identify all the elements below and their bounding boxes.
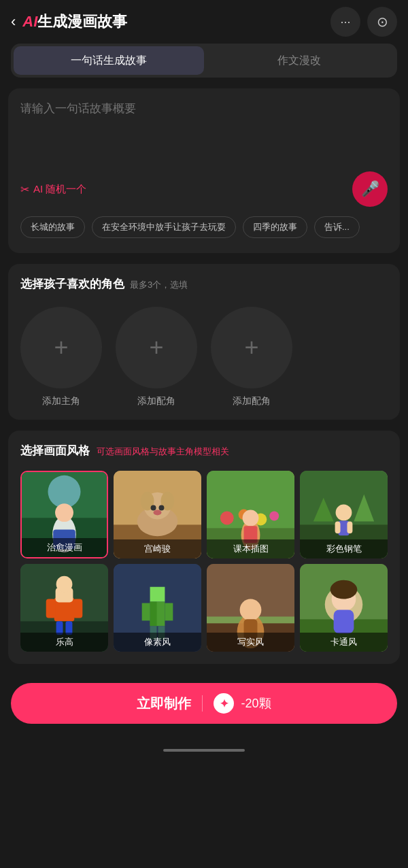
create-button[interactable]: 立即制作 ✦ -20颗 [11,683,397,724]
svg-point-60 [330,580,358,599]
svg-rect-45 [142,603,150,621]
camera-button[interactable]: ⊙ [367,7,397,37]
back-button[interactable]: ‹ [11,13,16,31]
svg-rect-30 [335,521,341,533]
plus-icon-side1: + [149,333,163,362]
char-add-circle-side2[interactable]: + [211,307,292,388]
home-indicator-line [163,749,245,752]
tab-composition[interactable]: 作文漫改 [204,46,394,75]
cta-divider [202,695,203,712]
style-item-textbook[interactable]: 课本插图 [207,471,294,558]
svg-point-22 [243,510,259,527]
svg-point-13 [158,505,164,511]
ai-random-label: AI 随机一个 [33,183,86,196]
style-label-healing: 治愈漫画 [22,538,107,557]
tab-bar: 一句话生成故事 作文漫改 [11,44,397,78]
plus-icon-side2: + [244,333,258,362]
svg-rect-42 [150,587,165,602]
style-label-style8: 卡通风 [300,633,388,652]
input-bottom-bar: ✂ AI 随机一个 🎤 [20,171,388,207]
style-header: 选择画面风格 可选画面风格与故事主角模型相关 [20,443,388,461]
character-section-title: 选择孩子喜欢的角色 [20,276,124,292]
character-card: 选择孩子喜欢的角色 最多3个，选填 + 添加主角 + 添加配角 + 添加配角 [8,264,400,420]
style-item-healing[interactable]: 治愈漫画 [20,471,108,558]
home-indicator [0,740,408,761]
svg-point-36 [56,576,73,592]
svg-rect-44 [150,602,157,627]
page-title: AI生成漫画故事 [22,12,330,32]
char-label-side2: 添加配角 [233,395,271,407]
style-label-style7: 写实风 [207,633,294,652]
tag-item[interactable]: 在安全环境中放手让孩子去玩耍 [92,216,236,238]
style-section-title: 选择画面风格 [20,443,90,458]
more-button[interactable]: ··· [330,7,360,37]
wand-icon: ✂ [20,183,29,196]
tag-item[interactable]: 长城的故事 [20,216,85,238]
style-label-lego: 乐高 [20,633,108,652]
title-text: 生成漫画故事 [37,13,127,30]
svg-rect-46 [165,603,173,621]
mic-icon: 🎤 [361,180,379,198]
header: ‹ AI生成漫画故事 ··· ⊙ [0,0,408,44]
char-label-side1: 添加配角 [137,395,175,407]
tag-list: 长城的故事 在安全环境中放手让孩子去玩耍 四季的故事 告诉... [20,216,388,241]
style-label-textbook: 课本插图 [207,539,294,558]
header-actions: ··· ⊙ [330,7,397,37]
plus-icon-main: + [54,333,68,362]
character-list: + 添加主角 + 添加配角 + 添加配角 [20,307,388,407]
svg-rect-59 [334,610,354,633]
char-label-main: 添加主角 [42,395,80,407]
character-side1[interactable]: + 添加配角 [116,307,197,407]
style-item-colorpen[interactable]: 彩色钢笔 [300,471,388,558]
svg-point-17 [220,512,234,525]
svg-point-53 [240,599,262,621]
svg-rect-38 [73,599,82,618]
svg-point-20 [269,512,279,521]
star-icon: ✦ [214,693,234,714]
svg-rect-37 [46,599,56,618]
story-input[interactable] [20,101,388,162]
svg-point-2 [48,475,80,508]
svg-point-4 [55,503,73,522]
title-ai: AI [22,13,37,30]
svg-point-14 [154,510,162,516]
character-header: 选择孩子喜欢的角色 最多3个，选填 [20,276,388,295]
style-hint: 可选画面风格与故事主角模型相关 [97,446,229,458]
style-label-miyazaki: 宫崎骏 [114,539,201,558]
cta-label: 立即制作 [137,695,191,713]
ai-random-button[interactable]: ✂ AI 随机一个 [20,183,86,196]
svg-point-12 [151,505,156,511]
character-side2[interactable]: + 添加配角 [211,307,292,407]
character-section-subtitle: 最多3个，选填 [130,279,188,291]
character-main[interactable]: + 添加主角 [20,307,102,407]
style-item-miyazaki[interactable]: 宫崎骏 [114,471,201,558]
svg-rect-31 [347,521,352,533]
style-item-style7[interactable]: 写实风 [207,564,294,652]
cta-cost: -20颗 [241,695,271,712]
style-label-pixel: 像素风 [114,633,201,652]
mic-button[interactable]: 🎤 [352,171,388,207]
char-add-circle-side1[interactable]: + [116,307,197,388]
style-item-style8[interactable]: 卡通风 [300,564,388,652]
style-label-colorpen: 彩色钢笔 [300,539,388,558]
cta-bar: 立即制作 ✦ -20颗 [0,675,408,740]
svg-point-28 [336,505,352,521]
input-card: ✂ AI 随机一个 🎤 长城的故事 在安全环境中放手让孩子去玩耍 四季的故事 告… [8,88,400,253]
tag-item[interactable]: 四季的故事 [243,216,307,238]
tab-one-sentence[interactable]: 一句话生成故事 [14,46,204,75]
tag-item[interactable]: 告诉... [314,216,360,238]
char-add-circle-main[interactable]: + [20,307,102,388]
style-card: 选择画面风格 可选画面风格与故事主角模型相关 治愈漫画 [8,431,400,664]
style-grid: 治愈漫画 [20,471,388,652]
style-item-pixel[interactable]: 像素风 [114,564,201,652]
style-item-lego[interactable]: 乐高 [20,564,108,652]
